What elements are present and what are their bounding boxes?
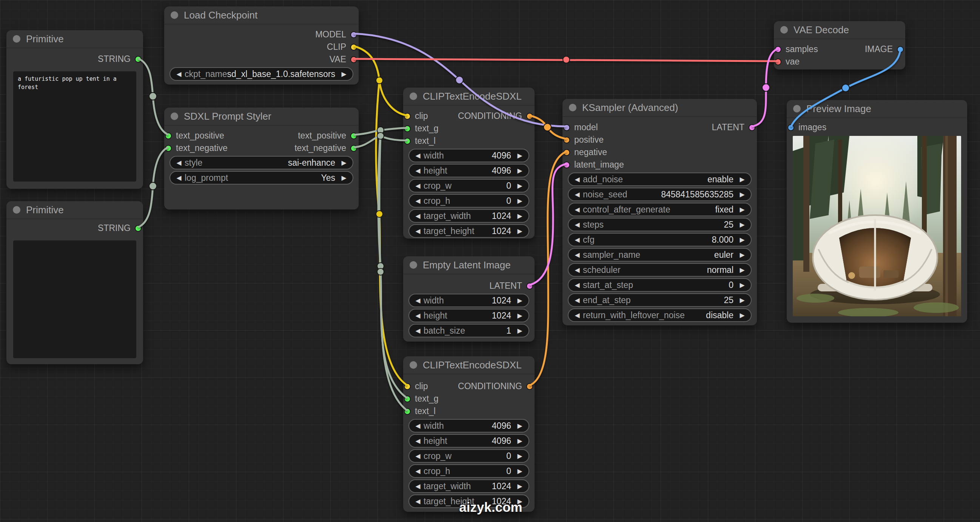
input-port-negative[interactable]: [563, 149, 570, 156]
decrement-arrow-icon[interactable]: ◀: [413, 422, 423, 430]
node-titlebar[interactable]: CLIPTextEncodeSDXL: [403, 356, 535, 374]
text-area-negative-prompt[interactable]: [13, 240, 136, 358]
input-port-text-negative[interactable]: [165, 145, 172, 152]
increment-arrow-icon[interactable]: ▶: [515, 437, 525, 445]
increment-arrow-icon[interactable]: ▶: [339, 174, 349, 182]
decrement-arrow-icon[interactable]: ◀: [413, 197, 423, 205]
reroute-dot[interactable]: [762, 84, 770, 91]
node-load-checkpoint[interactable]: Load Checkpoint MODEL CLIP VAE ◀ckpt_nam…: [164, 6, 359, 84]
widget-start_at_step[interactable]: ◀start_at_step0▶: [568, 278, 752, 292]
decrement-arrow-icon[interactable]: ◀: [174, 70, 184, 78]
input-port-clip[interactable]: [404, 113, 411, 119]
node-titlebar[interactable]: Load Checkpoint: [164, 6, 359, 24]
increment-arrow-icon[interactable]: ▶: [515, 227, 525, 235]
node-primitive-negative[interactable]: Primitive STRING: [6, 201, 143, 364]
reroute-dot[interactable]: [149, 182, 157, 190]
reroute-dot[interactable]: [842, 84, 850, 92]
widget-target_width[interactable]: ◀target_width1024▶: [409, 209, 529, 223]
reroute-dot[interactable]: [456, 76, 463, 84]
decrement-arrow-icon[interactable]: ◀: [413, 452, 423, 460]
widget-height[interactable]: ◀height1024▶: [409, 309, 529, 322]
decrement-arrow-icon[interactable]: ◀: [572, 206, 582, 213]
input-port-model[interactable]: [563, 124, 570, 131]
reroute-dot[interactable]: [377, 263, 384, 269]
widget-style[interactable]: ◀stylesai-enhance▶: [170, 156, 353, 169]
increment-arrow-icon[interactable]: ▶: [737, 191, 747, 199]
increment-arrow-icon[interactable]: ▶: [515, 452, 525, 460]
increment-arrow-icon[interactable]: ▶: [515, 422, 525, 430]
decrement-arrow-icon[interactable]: ◀: [174, 159, 184, 167]
increment-arrow-icon[interactable]: ▶: [737, 281, 747, 289]
widget-return_with_leftover_noise[interactable]: ◀return_with_leftover_noisedisable▶: [568, 309, 752, 322]
decrement-arrow-icon[interactable]: ◀: [572, 296, 582, 304]
increment-arrow-icon[interactable]: ▶: [515, 197, 525, 205]
reroute-dot[interactable]: [149, 92, 157, 100]
widget-crop_w[interactable]: ◀crop_w0▶: [409, 179, 529, 193]
decrement-arrow-icon[interactable]: ◀: [413, 327, 423, 335]
node-clip-text-encode-sdxl-negative[interactable]: CLIPTextEncodeSDXL clip CONDITIONING tex…: [403, 356, 535, 512]
input-port-text-g[interactable]: [404, 396, 411, 403]
text-area-positive-prompt[interactable]: a futuristic pop up tent in a forest: [13, 71, 136, 181]
node-clip-text-encode-sdxl-positive[interactable]: CLIPTextEncodeSDXL clip CONDITIONING tex…: [403, 88, 535, 239]
increment-arrow-icon[interactable]: ▶: [339, 159, 349, 167]
widget-crop_w[interactable]: ◀crop_w0▶: [409, 449, 529, 463]
input-port-images[interactable]: [788, 124, 794, 131]
increment-arrow-icon[interactable]: ▶: [515, 297, 525, 305]
increment-arrow-icon[interactable]: ▶: [737, 236, 747, 244]
widget-target_height[interactable]: ◀target_height1024▶: [409, 224, 529, 238]
increment-arrow-icon[interactable]: ▶: [737, 311, 747, 319]
decrement-arrow-icon[interactable]: ◀: [413, 167, 423, 175]
decrement-arrow-icon[interactable]: ◀: [572, 236, 582, 244]
input-port-text-g[interactable]: [404, 125, 411, 132]
output-port-latent[interactable]: [749, 124, 756, 131]
decrement-arrow-icon[interactable]: ◀: [413, 212, 423, 220]
output-port-latent[interactable]: [526, 283, 533, 290]
output-port-string[interactable]: [135, 56, 142, 63]
reroute-dot[interactable]: [377, 132, 384, 139]
widget-control_after_generate[interactable]: ◀control_after_generatefixed▶: [568, 203, 752, 216]
decrement-arrow-icon[interactable]: ◀: [413, 227, 423, 235]
increment-arrow-icon[interactable]: ▶: [737, 266, 747, 274]
reroute-dot[interactable]: [376, 211, 383, 217]
decrement-arrow-icon[interactable]: ◀: [413, 437, 423, 445]
widget-log_prompt[interactable]: ◀log_promptYes▶: [170, 171, 353, 185]
increment-arrow-icon[interactable]: ▶: [737, 206, 747, 213]
widget-width[interactable]: ◀width4096▶: [409, 419, 529, 433]
decrement-arrow-icon[interactable]: ◀: [413, 482, 423, 490]
decrement-arrow-icon[interactable]: ◀: [413, 467, 423, 475]
node-titlebar[interactable]: KSampler (Advanced): [563, 99, 757, 117]
decrement-arrow-icon[interactable]: ◀: [572, 175, 582, 183]
widget-width[interactable]: ◀width1024▶: [409, 294, 529, 307]
node-titlebar[interactable]: Primitive: [6, 201, 143, 219]
output-port-string[interactable]: [135, 225, 142, 232]
widget-crop_h[interactable]: ◀crop_h0▶: [409, 464, 529, 478]
decrement-arrow-icon[interactable]: ◀: [572, 266, 582, 274]
reroute-dot[interactable]: [563, 56, 570, 63]
increment-arrow-icon[interactable]: ▶: [515, 167, 525, 175]
reroute-dot[interactable]: [377, 268, 384, 275]
widget-sampler_name[interactable]: ◀sampler_nameeuler▶: [568, 248, 752, 261]
increment-arrow-icon[interactable]: ▶: [515, 182, 525, 190]
widget-width[interactable]: ◀width4096▶: [409, 149, 529, 162]
increment-arrow-icon[interactable]: ▶: [737, 251, 747, 259]
increment-arrow-icon[interactable]: ▶: [515, 467, 525, 475]
input-port-samples[interactable]: [775, 46, 781, 53]
decrement-arrow-icon[interactable]: ◀: [413, 152, 423, 160]
decrement-arrow-icon[interactable]: ◀: [413, 498, 423, 505]
decrement-arrow-icon[interactable]: ◀: [572, 251, 582, 259]
widget-batch_size[interactable]: ◀batch_size1▶: [409, 324, 529, 337]
output-port-clip[interactable]: [350, 44, 357, 51]
increment-arrow-icon[interactable]: ▶: [737, 296, 747, 304]
reroute-dot[interactable]: [377, 127, 384, 134]
increment-arrow-icon[interactable]: ▶: [515, 482, 525, 490]
increment-arrow-icon[interactable]: ▶: [737, 175, 747, 183]
output-port-conditioning[interactable]: [526, 113, 533, 119]
input-port-text-positive[interactable]: [165, 132, 172, 139]
decrement-arrow-icon[interactable]: ◀: [174, 174, 184, 182]
input-port-latent-image[interactable]: [563, 162, 570, 168]
increment-arrow-icon[interactable]: ▶: [515, 312, 525, 320]
decrement-arrow-icon[interactable]: ◀: [572, 281, 582, 289]
output-port-image[interactable]: [897, 46, 904, 53]
node-titlebar[interactable]: CLIPTextEncodeSDXL: [403, 88, 535, 106]
node-titlebar[interactable]: VAE Decode: [774, 21, 905, 39]
